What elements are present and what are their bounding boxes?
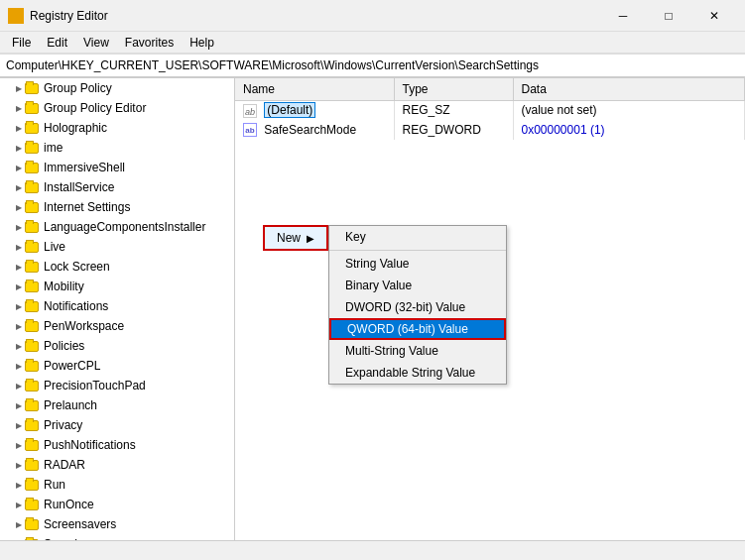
tree-arrow: ▶	[16, 481, 22, 490]
tree-item-notifications[interactable]: ▶ Notifications	[0, 296, 234, 316]
folder-icon	[24, 140, 40, 156]
new-button[interactable]: New ▶	[263, 225, 328, 251]
folder-icon	[24, 219, 40, 235]
menu-favorites[interactable]: Favorites	[117, 34, 182, 52]
folder-icon	[24, 397, 40, 413]
tree-panel[interactable]: ▶ Group Policy ▶ Group Policy Editor ▶ H…	[0, 78, 235, 540]
svg-rect-3	[17, 17, 23, 23]
tree-label: PowerCPL	[44, 359, 100, 373]
folder-icon	[24, 358, 40, 374]
tree-arrow: ▶	[16, 223, 22, 232]
tree-arrow: ▶	[16, 322, 22, 331]
row-type: REG_DWORD	[394, 120, 513, 140]
folder-icon	[24, 516, 40, 532]
folder-icon	[24, 239, 40, 255]
tree-label: ImmersiveShell	[44, 161, 125, 174]
menu-view[interactable]: View	[75, 34, 117, 52]
tree-label: Screensavers	[44, 517, 116, 531]
main-content: ▶ Group Policy ▶ Group Policy Editor ▶ H…	[0, 77, 745, 540]
tree-arrow: ▶	[16, 263, 22, 272]
close-button[interactable]: ✕	[691, 0, 737, 32]
tree-item-immersiveshell[interactable]: ▶ ImmersiveShell	[0, 158, 234, 177]
tree-item-prelaunch[interactable]: ▶ Prelaunch	[0, 395, 234, 415]
folder-icon	[24, 120, 40, 136]
folder-icon	[24, 477, 40, 493]
folder-icon	[24, 536, 40, 540]
tree-arrow: ▶	[16, 282, 22, 291]
tree-item-internet-settings[interactable]: ▶ Internet Settings	[0, 197, 234, 217]
submenu-item-qword-value[interactable]: QWORD (64-bit) Value	[329, 318, 506, 340]
table-row[interactable]: ab (Default) REG_SZ (value not set)	[235, 100, 745, 120]
row-name-label: SafeSearchMode	[264, 123, 356, 137]
tree-item-mobility[interactable]: ▶ Mobility	[0, 277, 234, 296]
status-bar	[0, 540, 745, 560]
address-bar: Computer\HKEY_CURRENT_USER\SOFTWARE\Micr…	[0, 54, 745, 77]
registry-table: Name Type Data ab (Default) REG_SZ (valu…	[235, 78, 745, 140]
submenu-item-dword-value[interactable]: DWORD (32-bit) Value	[329, 296, 506, 318]
submenu-item-binary-value[interactable]: Binary Value	[329, 275, 506, 296]
tree-item-live[interactable]: ▶ Live	[0, 237, 234, 257]
maximize-button[interactable]: □	[646, 0, 691, 32]
folder-icon	[24, 338, 40, 354]
new-button-label: New	[277, 231, 301, 245]
tree-arrow: ▶	[16, 302, 22, 311]
tree-item-privacy[interactable]: ▶ Privacy	[0, 415, 234, 435]
row-data: (value not set)	[513, 100, 745, 120]
submenu-divider	[329, 250, 506, 251]
tree-label: Group Policy	[44, 81, 112, 95]
col-data: Data	[513, 78, 745, 100]
submenu-item-multistring-value[interactable]: Multi-String Value	[329, 340, 506, 362]
tree-item-ime[interactable]: ▶ ime	[0, 138, 234, 158]
tree-item-runonce[interactable]: ▶ RunOnce	[0, 495, 234, 514]
submenu-item-key[interactable]: Key	[329, 226, 506, 248]
dword-icon: ab	[243, 123, 257, 137]
tree-item-screensavers[interactable]: ▶ Screensavers	[0, 514, 234, 534]
tree-arrow: ▶	[16, 104, 22, 113]
folder-icon	[24, 437, 40, 453]
title-bar: Registry Editor ─ □ ✕	[0, 0, 745, 32]
submenu-item-expandable-value[interactable]: Expandable String Value	[329, 362, 506, 384]
tree-label: Lock Screen	[44, 260, 110, 274]
tree-label: InstallService	[44, 180, 114, 194]
tree-item-lock-screen[interactable]: ▶ Lock Screen	[0, 257, 234, 277]
tree-arrow: ▶	[16, 362, 22, 371]
col-type: Type	[394, 78, 513, 100]
menu-bar: File Edit View Favorites Help	[0, 32, 745, 54]
tree-label: ime	[44, 141, 62, 155]
col-name: Name	[235, 78, 394, 100]
tree-item-group-policy-editor[interactable]: ▶ Group Policy Editor	[0, 98, 234, 118]
folder-icon	[24, 199, 40, 215]
tree-item-powercpl[interactable]: ▶ PowerCPL	[0, 356, 234, 376]
tree-label: PenWorkspace	[44, 319, 124, 333]
submenu-item-string-value[interactable]: String Value	[329, 253, 506, 275]
tree-item-precisiontouchpad[interactable]: ▶ PrecisionTouchPad	[0, 376, 234, 395]
row-name: ab (Default)	[235, 100, 394, 120]
tree-item-holographic[interactable]: ▶ Holographic	[0, 118, 234, 138]
menu-edit[interactable]: Edit	[39, 34, 75, 52]
tree-item-installservice[interactable]: ▶ InstallService	[0, 177, 234, 197]
folder-icon	[24, 457, 40, 473]
table-row[interactable]: ab SafeSearchMode REG_DWORD 0x00000001 (…	[235, 120, 745, 140]
tree-item-pushnotifications[interactable]: ▶ PushNotifications	[0, 435, 234, 455]
window-title: Registry Editor	[30, 9, 600, 23]
tree-arrow: ▶	[16, 183, 22, 192]
menu-file[interactable]: File	[4, 34, 39, 52]
tree-item-language-components[interactable]: ▶ LanguageComponentsInstaller	[0, 217, 234, 237]
tree-arrow: ▶	[16, 540, 22, 541]
minimize-button[interactable]: ─	[600, 0, 646, 32]
tree-item-penworkspace[interactable]: ▶ PenWorkspace	[0, 316, 234, 336]
submenu-arrow-icon: ▶	[307, 233, 314, 244]
svg-rect-1	[17, 9, 23, 15]
folder-icon	[24, 100, 40, 116]
folder-icon	[24, 378, 40, 393]
tree-arrow: ▶	[16, 342, 22, 351]
tree-label: Privacy	[44, 418, 82, 432]
menu-help[interactable]: Help	[182, 34, 222, 52]
tree-item-radar[interactable]: ▶ RADAR	[0, 455, 234, 475]
tree-item-group-policy[interactable]: ▶ Group Policy	[0, 78, 234, 98]
tree-item-run[interactable]: ▶ Run	[0, 475, 234, 495]
tree-item-policies[interactable]: ▶ Policies	[0, 336, 234, 356]
window-controls: ─ □ ✕	[600, 0, 737, 32]
tree-arrow: ▶	[16, 84, 22, 93]
tree-item-search[interactable]: ▶ Search	[0, 534, 234, 540]
